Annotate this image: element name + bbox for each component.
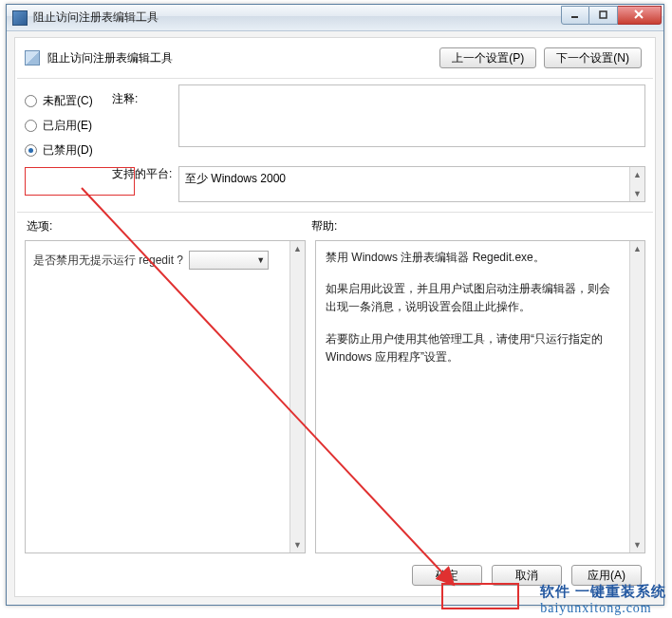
- header-row: 阻止访问注册表编辑工具 上一个设置(P) 下一个设置(N): [15, 38, 655, 74]
- platform-scrollbar[interactable]: ▲ ▼: [629, 167, 644, 201]
- comment-label: 注释:: [112, 84, 178, 109]
- platform-row: 支持的平台: 至少 Windows 2000 ▲ ▼: [15, 162, 655, 212]
- previous-setting-button[interactable]: 上一个设置(P): [439, 47, 536, 68]
- panes-labels: 选项: 帮助:: [15, 218, 655, 240]
- platform-label: 支持的平台:: [25, 166, 178, 182]
- watermark: 软件 一键重装系统 baiyunxitong.com: [540, 583, 666, 616]
- radio-disabled[interactable]: 已禁用(D): [25, 138, 112, 162]
- scroll-up-icon[interactable]: ▲: [630, 167, 644, 182]
- titlebar: 阻止访问注册表编辑工具: [7, 5, 663, 31]
- radio-group: 未配置(C) 已启用(E) 已禁用(D): [25, 84, 112, 162]
- dialog-window: 阻止访问注册表编辑工具 阻止访问注册表编辑工具 上一个设置(P) 下一个设置(N…: [6, 4, 664, 606]
- panes: 是否禁用无提示运行 regedit ? ▼ ▲ ▼ 禁用 Windows 注册表…: [15, 240, 655, 553]
- window-controls: [561, 6, 662, 25]
- client-area: 阻止访问注册表编辑工具 上一个设置(P) 下一个设置(N) 未配置(C) 已启用…: [14, 37, 656, 597]
- radio-enabled[interactable]: 已启用(E): [25, 113, 112, 138]
- radio-not-configured[interactable]: 未配置(C): [25, 88, 112, 113]
- help-paragraph: 如果启用此设置，并且用户试图启动注册表编辑器，则会出现一条消息，说明设置会阻止此…: [326, 280, 620, 316]
- watermark-en: baiyunxitong.com: [540, 601, 652, 615]
- help-paragraph: 禁用 Windows 注册表编辑器 Regedit.exe。: [326, 249, 620, 267]
- help-paragraph: 若要防止用户使用其他管理工具，请使用“只运行指定的 Windows 应用程序”设…: [326, 330, 620, 366]
- policy-icon: [25, 50, 40, 66]
- help-content: 禁用 Windows 注册表编辑器 Regedit.exe。 如果启用此设置，并…: [316, 241, 629, 552]
- platform-box: 至少 Windows 2000 ▲ ▼: [178, 166, 645, 202]
- options-combo[interactable]: ▼: [189, 251, 269, 270]
- close-button[interactable]: [618, 6, 662, 25]
- comment-textarea[interactable]: [178, 84, 645, 147]
- options-row: 是否禁用无提示运行 regedit ? ▼: [33, 251, 282, 270]
- separator: [17, 78, 653, 79]
- options-pane: 是否禁用无提示运行 regedit ? ▼ ▲ ▼: [25, 240, 306, 553]
- comment-field-col: [178, 84, 645, 162]
- help-label: 帮助:: [311, 218, 337, 234]
- config-area: 未配置(C) 已启用(E) 已禁用(D) 注释:: [15, 81, 655, 162]
- options-scrollbar[interactable]: ▲ ▼: [289, 241, 305, 552]
- comment-label-col: 注释:: [112, 84, 178, 162]
- ok-button[interactable]: 确定: [412, 565, 482, 586]
- chevron-down-icon: ▼: [256, 255, 265, 265]
- radio-icon: [25, 95, 37, 107]
- radio-icon: [25, 144, 37, 157]
- help-pane: 禁用 Windows 注册表编辑器 Regedit.exe。 如果启用此设置，并…: [315, 240, 645, 553]
- radio-label: 未配置(C): [43, 93, 93, 109]
- scroll-down-icon[interactable]: ▼: [630, 537, 644, 552]
- minimize-button[interactable]: [561, 6, 589, 25]
- options-content: 是否禁用无提示运行 regedit ? ▼: [26, 241, 289, 552]
- window-title: 阻止访问注册表编辑工具: [33, 9, 159, 26]
- scroll-down-icon[interactable]: ▼: [630, 186, 644, 201]
- maximize-button[interactable]: [589, 6, 618, 25]
- watermark-cn: 软件 一键重装系统: [540, 584, 666, 599]
- help-scrollbar[interactable]: ▲ ▼: [629, 241, 644, 552]
- svg-rect-1: [600, 11, 607, 18]
- radio-icon: [25, 120, 37, 132]
- scroll-up-icon[interactable]: ▲: [290, 241, 305, 256]
- radio-label: 已启用(E): [43, 118, 92, 134]
- policy-title: 阻止访问注册表编辑工具: [47, 50, 173, 66]
- radio-label: 已禁用(D): [43, 142, 93, 159]
- options-label: 选项:: [27, 218, 311, 234]
- platform-value: 至少 Windows 2000: [179, 167, 629, 201]
- next-setting-button[interactable]: 下一个设置(N): [544, 47, 642, 68]
- scroll-up-icon[interactable]: ▲: [630, 241, 644, 256]
- app-icon: [12, 10, 28, 26]
- separator: [17, 212, 653, 213]
- scroll-down-icon[interactable]: ▼: [290, 537, 305, 552]
- options-question: 是否禁用无提示运行 regedit ?: [33, 253, 183, 269]
